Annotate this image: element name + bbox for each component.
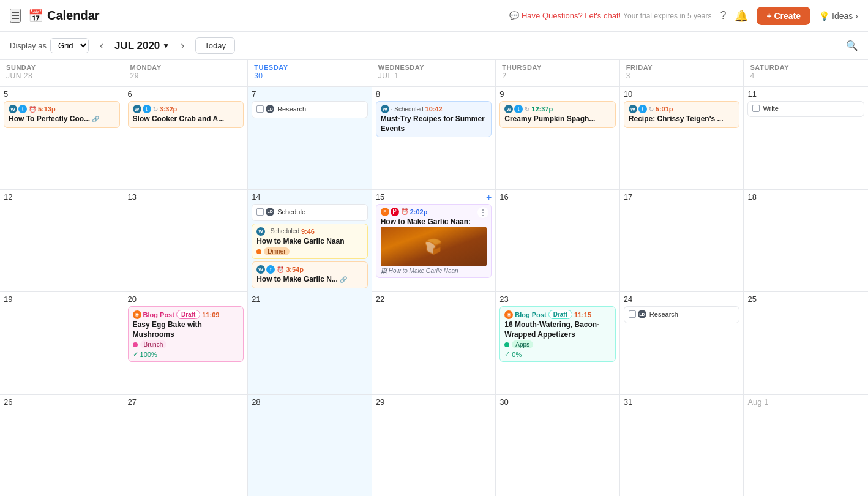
header-wednesday: WEDNESDAYJul 1 — [372, 60, 496, 86]
card-bacon-wrapped[interactable]: ◉ Blog Post Draft 11:15 16 Mouth-Waterin… — [499, 306, 616, 362]
add-item-button-15[interactable]: + — [486, 192, 492, 203]
day-17[interactable]: 17 — [620, 190, 744, 293]
checkbox[interactable] — [629, 310, 636, 318]
day-15[interactable]: 15 + F P ⏰ 2:02p How to Make Garlic Naan… — [372, 190, 496, 293]
prev-button[interactable]: ‹ — [95, 37, 108, 54]
progress-row: ✓ 100% — [133, 350, 239, 358]
card-write[interactable]: Write — [747, 101, 864, 117]
day-19[interactable]: 19 — [0, 292, 124, 394]
checkbox[interactable] — [256, 208, 264, 216]
day-aug-1[interactable]: Aug 1 — [744, 395, 868, 497]
repeat-icon: ↻ — [153, 106, 158, 113]
display-as-control: Display as Grid List — [10, 38, 89, 53]
day-31[interactable]: 31 — [620, 395, 744, 497]
day-14[interactable]: 14 LD Schedule W · Scheduled 9:46 How to… — [248, 190, 372, 293]
day-10[interactable]: 10 Wt ↻ 5:01p Recipe: Chrissy Teigen's .… — [620, 87, 744, 189]
more-options-button[interactable]: ⋮ — [477, 207, 488, 218]
day-18[interactable]: 18 — [744, 190, 868, 293]
header-tuesday: TUESDAY30 — [248, 60, 372, 86]
day-12[interactable]: 12 — [0, 190, 124, 293]
week-row-3: 19 20 ◉ Blog Post Draft 11:09 Easy Egg B… — [0, 292, 868, 395]
topbar-left: ☰ 📅 Calendar — [10, 9, 100, 23]
ideas-icon: 💡 — [819, 11, 829, 21]
wordpress-icon: W — [256, 227, 265, 236]
pinterest-icon: P — [391, 208, 399, 216]
card-garlic-naan-wp[interactable]: W · Scheduled 9:46 How to Make Garlic Na… — [252, 224, 368, 260]
day-headers: SUNDAYJun 28 MONDAY29 TUESDAY30 WEDNESDA… — [0, 60, 868, 87]
ld-icon: LD — [266, 105, 274, 113]
search-button[interactable]: 🔍 — [846, 40, 858, 51]
header-saturday: SATURDAY4 — [744, 60, 868, 86]
ideas-button[interactable]: 💡 Ideas › — [819, 11, 858, 21]
day-22[interactable]: 22 — [372, 292, 496, 394]
notification-button[interactable]: 🔔 — [735, 9, 748, 23]
header-sunday: SUNDAYJun 28 — [0, 60, 124, 86]
header-friday: FRIDAY3 — [620, 60, 744, 86]
day-11[interactable]: 11 Write — [744, 87, 868, 189]
foodtopia-icon: F — [381, 208, 389, 216]
day-5[interactable]: 5 Wt ⏰ 5:13p How To Perfectly Coo... 🔗 — [0, 87, 124, 189]
link-icon: 🔗 — [340, 276, 347, 283]
ld-icon: LD — [266, 208, 274, 216]
create-button[interactable]: + Create — [757, 7, 810, 25]
card-slow-cooker-crab[interactable]: Wt ↻ 3:32p Slow Cooker Crab and A... — [128, 101, 244, 128]
card-garlic-naan-tw[interactable]: Wt ⏰ 3:54p How to Make Garlic N... 🔗 — [252, 261, 368, 288]
month-label[interactable]: JUL 2020 ▼ — [114, 40, 170, 52]
card-egg-bake[interactable]: ◉ Blog Post Draft 11:09 Easy Egg Bake wi… — [128, 306, 244, 362]
card-schedule[interactable]: LD Schedule — [252, 204, 368, 221]
day-28[interactable]: 28 — [248, 395, 372, 497]
day-29[interactable]: 29 — [372, 395, 496, 497]
topbar: ☰ 📅 Calendar 💬 Have Questions? Let's cha… — [0, 0, 868, 32]
draft-badge-teal: Draft — [548, 310, 572, 319]
twitter-icon: t — [638, 105, 647, 113]
repeat-icon: ↻ — [649, 106, 654, 113]
day-7[interactable]: 7 LD Research — [248, 87, 372, 189]
dot-dinner — [256, 249, 261, 254]
wordpress-icon: W — [504, 105, 513, 113]
day-27[interactable]: 27 — [124, 395, 249, 497]
day-9[interactable]: 9 Wt ↻ 12:37p Creamy Pumpkin Spagh... — [496, 87, 620, 189]
draft-badge: Draft — [176, 310, 200, 319]
ideas-chevron-icon: › — [855, 11, 858, 21]
today-button[interactable]: Today — [195, 37, 235, 54]
card-research-7[interactable]: LD Research — [252, 101, 368, 118]
check-icon: ✓ — [504, 350, 510, 358]
day-24[interactable]: 24 LD Research — [620, 292, 744, 394]
clock-icon: ⏰ — [29, 106, 36, 113]
ld-icon: LD — [638, 310, 646, 318]
card-garlic-naan-pinterest[interactable]: F P ⏰ 2:02p How to Make Garlic Naan: 🍞 🖼… — [376, 204, 492, 279]
day-23[interactable]: 23 ◉ Blog Post Draft 11:15 16 Mouth-Wate… — [496, 292, 620, 394]
day-16[interactable]: 16 — [496, 190, 620, 293]
day-25[interactable]: 25 — [744, 292, 868, 394]
day-20[interactable]: 20 ◉ Blog Post Draft 11:09 Easy Egg Bake… — [124, 292, 249, 394]
card-research-24[interactable]: LD Research — [624, 306, 740, 323]
dot-apps — [504, 342, 509, 347]
day-8[interactable]: 8 W · Scheduled 10:42 Must-Try Recipes f… — [372, 87, 496, 189]
day-21[interactable]: 21 — [248, 292, 372, 394]
card-must-try-recipes[interactable]: W · Scheduled 10:42 Must-Try Recipes for… — [376, 101, 492, 137]
next-button[interactable]: › — [176, 37, 189, 54]
wordpress-icon: W — [629, 105, 637, 113]
card-how-to-perfectly-cook[interactable]: Wt ⏰ 5:13p How To Perfectly Coo... 🔗 — [4, 101, 120, 128]
wordpress-icon: W — [381, 105, 389, 113]
garlic-naan-image: 🍞 — [381, 227, 487, 266]
day-13[interactable]: 13 — [124, 190, 249, 293]
week-row-4: 26 27 28 29 30 31 Aug 1 — [0, 395, 868, 497]
wordpress-icon: W — [133, 105, 141, 113]
checkbox[interactable] — [256, 105, 264, 113]
twitter-icon: t — [143, 105, 151, 113]
day-6[interactable]: 6 Wt ↻ 3:32p Slow Cooker Crab and A... — [124, 87, 249, 189]
help-button[interactable]: ? — [720, 9, 726, 22]
week-row-2: 12 13 14 LD Schedule W — [0, 190, 868, 293]
weeks: 5 Wt ⏰ 5:13p How To Perfectly Coo... 🔗 6… — [0, 87, 868, 496]
display-select[interactable]: Grid List — [50, 38, 89, 53]
repeat-icon: ↻ — [525, 106, 529, 113]
card-creamy-pumpkin[interactable]: Wt ↻ 12:37p Creamy Pumpkin Spagh... — [499, 101, 616, 128]
checkbox[interactable] — [752, 105, 760, 112]
menu-icon[interactable]: ☰ — [10, 9, 21, 23]
day-26[interactable]: 26 — [0, 395, 124, 497]
chevron-down-icon: ▼ — [162, 42, 170, 50]
twitter-icon: t — [514, 105, 523, 113]
card-chrissy-teigen[interactable]: Wt ↻ 5:01p Recipe: Chrissy Teigen's ... — [624, 101, 740, 128]
day-30[interactable]: 30 — [496, 395, 620, 497]
